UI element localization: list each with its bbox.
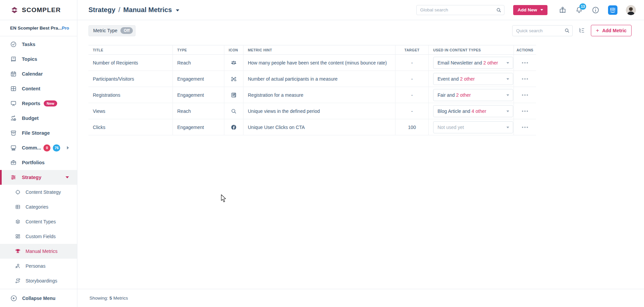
count-badge-blue: 76	[53, 144, 60, 151]
used-in-content-types-select[interactable]: Not used yet	[433, 121, 513, 133]
academy-icon[interactable]	[559, 6, 567, 14]
sidebar-item-topics[interactable]: Topics	[0, 52, 77, 67]
chevron-down-icon	[506, 78, 509, 80]
collapse-menu-button[interactable]: Collapse Menu	[0, 289, 77, 307]
storyboardings-icon	[15, 278, 21, 284]
sidebar-item-strategy[interactable]: Strategy	[0, 170, 77, 185]
row-actions-button[interactable]	[521, 60, 529, 65]
new-badge: New	[44, 100, 58, 106]
metric-type: Engagement	[173, 71, 224, 87]
sidebar-subitem-custom-fields[interactable]: Custom Fields	[0, 229, 77, 244]
add-metric-button[interactable]: + Add Metric	[591, 25, 632, 36]
metric-type: Reach	[173, 55, 224, 71]
add-new-button[interactable]: Add New	[513, 5, 547, 15]
search-icon	[230, 108, 237, 115]
notifications-bell-icon[interactable]: 13	[575, 6, 583, 14]
metric-target: -	[395, 55, 428, 71]
collapse-arrow-icon	[10, 295, 17, 302]
sidebar-subitem-personas[interactable]: Personas	[0, 259, 77, 273]
file-storage-icon	[10, 130, 17, 136]
communication-icon	[10, 144, 17, 151]
metric-hint: How many people have been sent the conte…	[243, 55, 395, 71]
used-in-content-types-select[interactable]: Blog Article and 4 other	[433, 105, 513, 117]
chevron-down-icon	[540, 9, 543, 11]
column-header-used-in: USED IN CONTENT TYPES	[428, 45, 514, 54]
metric-hint: Number of actual participants in a measu…	[243, 71, 395, 87]
sidebar: SCOMPLER EN Scompler Best Pra... Pro Tas…	[0, 0, 77, 307]
row-actions-button[interactable]	[521, 108, 529, 114]
plus-icon: +	[596, 28, 599, 33]
metric-row-views[interactable]: Views Reach Unique views in the defined …	[88, 103, 536, 119]
tasks-icon	[10, 41, 17, 48]
portfolios-icon	[10, 159, 17, 166]
metric-type: Reach	[173, 103, 224, 119]
tree-view-toggle-icon[interactable]	[578, 27, 585, 34]
notification-count-badge: 13	[579, 3, 586, 10]
metric-hint: Unique views in the defined period	[243, 103, 395, 119]
breadcrumb-section[interactable]: Strategy	[88, 6, 115, 14]
sidebar-item-calendar[interactable]: Calendar	[0, 67, 77, 81]
chevron-down-icon	[506, 111, 509, 112]
table-header-row: TITLE TYPE ICON METRIC HINT TARGET USED …	[88, 45, 536, 55]
help-info-icon[interactable]	[592, 6, 600, 14]
categories-icon	[15, 204, 21, 210]
metric-row-registrations[interactable]: Registrations Engagement Registration fo…	[88, 87, 536, 103]
metric-row-clicks[interactable]: Clicks Engagement Unique User Clicks on …	[88, 119, 536, 135]
main-content: Metric Type Off + Add Metric	[77, 20, 644, 289]
quick-search	[512, 25, 573, 36]
manual-metrics-icon	[15, 248, 21, 254]
metric-type-filter[interactable]: Metric Type Off	[88, 25, 136, 36]
sidebar-item-file-storage[interactable]: File Storage	[0, 126, 77, 140]
metric-title: Number of Recipients	[88, 55, 173, 71]
row-actions-button[interactable]	[521, 76, 529, 82]
personas-icon	[15, 263, 21, 269]
sidebar-subitem-content-types[interactable]: Content Types	[0, 214, 77, 229]
chevron-down-icon	[506, 94, 509, 96]
chevron-down-icon[interactable]	[176, 9, 179, 11]
sidebar-item-budget[interactable]: Budget	[0, 111, 77, 126]
logo-text: SCOMPLER	[22, 6, 61, 14]
logo[interactable]: SCOMPLER	[0, 0, 77, 20]
sidebar-subitem-categories[interactable]: Categories	[0, 200, 77, 214]
facebook-icon	[230, 124, 237, 131]
breadcrumb[interactable]: Strategy / Manual Metrics	[88, 6, 179, 14]
sidebar-item-portfolios[interactable]: Portfolios	[0, 155, 77, 170]
filter-state-badge: Off	[120, 27, 133, 34]
used-in-content-types-select[interactable]: Event and 2 other	[433, 73, 513, 85]
column-header-actions: ACTIONS	[514, 45, 536, 54]
quick-search-input[interactable]	[512, 25, 573, 36]
metric-target: -	[395, 87, 428, 103]
reports-icon	[10, 100, 17, 107]
sidebar-item-content[interactable]: Content	[0, 81, 77, 96]
global-search-input[interactable]	[416, 5, 504, 15]
workspace-switcher[interactable]: EN Scompler Best Pra... Pro	[0, 20, 77, 36]
sidebar-subitem-storyboardings[interactable]: Storyboardings	[0, 273, 77, 288]
row-actions-button[interactable]	[521, 125, 529, 130]
content-strategy-icon	[15, 189, 21, 195]
used-in-content-types-select[interactable]: Email Newsletter and 2 other	[433, 57, 513, 69]
column-header-icon: ICON	[224, 45, 243, 54]
content-icon	[10, 85, 17, 92]
metric-row-number-of-recipients[interactable]: Number of Recipients Reach How many peop…	[88, 55, 536, 71]
content-types-icon	[15, 219, 21, 225]
breadcrumb-page[interactable]: Manual Metrics	[123, 6, 172, 14]
count-badge-pink: 0	[43, 144, 50, 151]
metric-type: Engagement	[173, 119, 224, 135]
sidebar-subitem-content-strategy[interactable]: Content Strategy	[0, 185, 77, 200]
intercom-chat-icon[interactable]	[608, 5, 617, 15]
sidebar-item-tasks[interactable]: Tasks	[0, 37, 77, 52]
row-actions-button[interactable]	[521, 92, 529, 98]
used-in-content-types-select[interactable]: Fair and 2 other	[433, 89, 513, 101]
metric-title: Views	[88, 103, 173, 119]
sidebar-item-comm[interactable]: Comm... 0 76	[0, 140, 77, 155]
metric-row-participants-visitors[interactable]: Participants/Visitors Engagement Number …	[88, 71, 536, 87]
sidebar-item-reports[interactable]: Reports New	[0, 96, 77, 111]
metric-count: 5	[110, 296, 112, 301]
search-icon	[496, 7, 502, 13]
people-exchange-icon	[230, 76, 237, 82]
metric-title: Clicks	[88, 119, 173, 135]
sidebar-subitem-manual-metrics[interactable]: Manual Metrics	[0, 244, 77, 259]
user-avatar[interactable]	[626, 5, 636, 15]
metric-title: Registrations	[88, 87, 173, 103]
calendar-icon	[10, 71, 17, 77]
